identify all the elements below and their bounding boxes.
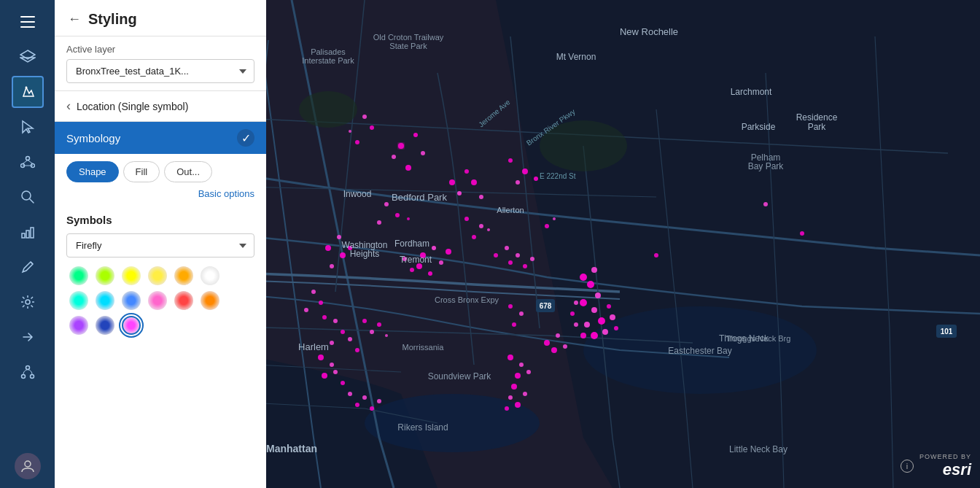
color-dot-green[interactable]: [69, 266, 88, 285]
sidebar-layers-button[interactable]: [12, 41, 44, 73]
svg-text:Little Neck Bay: Little Neck Bay: [729, 444, 788, 454]
svg-point-27: [432, 246, 436, 250]
svg-line-169: [30, 199, 34, 203]
svg-point-63: [333, 319, 338, 323]
svg-point-7: [398, 143, 404, 149]
svg-point-60: [319, 301, 323, 305]
svg-point-80: [523, 264, 527, 268]
svg-point-50: [614, 326, 618, 330]
color-dot-magenta2-selected[interactable]: [122, 316, 141, 335]
sidebar-menu-button[interactable]: [12, 6, 44, 38]
symbology-label: Symbology: [66, 132, 237, 144]
shape-tab[interactable]: Shape: [66, 161, 119, 182]
color-dot-yellow2[interactable]: [148, 266, 167, 285]
svg-point-29: [439, 260, 443, 265]
location-row[interactable]: ‹ Location (Single symbol): [55, 91, 266, 122]
color-dot-blue[interactable]: [122, 291, 141, 310]
sidebar-chart-button[interactable]: [12, 216, 44, 248]
svg-point-19: [516, 180, 520, 185]
svg-point-83: [553, 217, 556, 220]
svg-point-24: [330, 264, 334, 268]
powered-by-text: POWERED BY esri: [919, 453, 971, 479]
svg-point-33: [410, 268, 414, 272]
svg-point-16: [479, 195, 483, 199]
svg-text:Park: Park: [808, 122, 827, 132]
user-avatar[interactable]: [15, 453, 41, 479]
color-dot-pink[interactable]: [148, 291, 167, 310]
svg-point-92: [330, 363, 334, 367]
sidebar: [0, 0, 55, 488]
basic-options-link[interactable]: Basic options: [55, 185, 266, 206]
color-dot-red[interactable]: [174, 291, 193, 310]
svg-point-11: [421, 151, 425, 155]
info-icon[interactable]: i: [901, 460, 914, 473]
fill-tab[interactable]: Fill: [123, 161, 160, 182]
back-button[interactable]: ←: [66, 10, 82, 28]
svg-point-162: [26, 157, 29, 160]
svg-point-177: [30, 375, 34, 379]
color-dot-darkblue[interactable]: [96, 316, 114, 335]
svg-point-21: [325, 245, 331, 251]
svg-rect-156: [20, 16, 35, 18]
color-dot-purple[interactable]: [69, 316, 88, 335]
svg-text:Rikers Island: Rikers Island: [397, 422, 448, 433]
svg-point-56: [395, 213, 400, 217]
svg-point-62: [322, 315, 327, 319]
svg-point-17: [508, 158, 513, 163]
svg-point-15: [471, 179, 477, 185]
svg-point-178: [25, 461, 31, 467]
svg-text:Harlem: Harlem: [298, 341, 329, 352]
layer-select[interactable]: BronxTree_test_data_1K...: [66, 59, 254, 83]
out-tab[interactable]: Out...: [164, 161, 212, 182]
svg-rect-172: [31, 228, 34, 238]
sidebar-share-button[interactable]: [12, 321, 44, 353]
svg-rect-157: [20, 21, 35, 23]
esri-watermark: i POWERED BY esri: [901, 453, 971, 479]
color-dot-lime[interactable]: [96, 266, 114, 285]
svg-rect-171: [26, 231, 29, 238]
sidebar-path-button[interactable]: [12, 356, 44, 388]
location-back-icon: ‹: [66, 98, 71, 114]
svg-point-8: [413, 133, 418, 137]
svg-point-95: [341, 381, 345, 385]
sidebar-styling-button[interactable]: [12, 76, 44, 108]
svg-text:Old Croton Trailway: Old Croton Trailway: [373, 33, 444, 42]
svg-point-73: [479, 224, 483, 228]
sidebar-settings-button[interactable]: [12, 286, 44, 318]
svg-text:Mt Vernon: Mt Vernon: [556, 52, 596, 62]
svg-text:Palisades: Palisades: [311, 47, 346, 56]
svg-point-10: [405, 165, 411, 171]
sidebar-pencil-button[interactable]: [12, 251, 44, 283]
color-dot-teal[interactable]: [69, 291, 88, 310]
svg-point-76: [494, 253, 498, 257]
svg-point-106: [523, 392, 527, 396]
svg-text:101: 101: [941, 328, 953, 336]
svg-point-70: [377, 322, 381, 327]
color-dot-cyan[interactable]: [96, 291, 114, 310]
svg-line-166: [28, 160, 33, 164]
symbols-dropdown[interactable]: Firefly: [66, 233, 254, 257]
svg-point-89: [551, 347, 557, 353]
svg-point-54: [355, 140, 359, 144]
svg-point-45: [574, 322, 578, 327]
color-dot-yellow[interactable]: [122, 266, 141, 285]
color-dot-orange2[interactable]: [201, 291, 219, 310]
color-dot-orange[interactable]: [174, 266, 193, 285]
svg-point-46: [570, 311, 575, 316]
sidebar-cursor-button[interactable]: [12, 111, 44, 143]
svg-text:Inwood: Inwood: [343, 189, 372, 199]
svg-text:Cross Bronx Expy: Cross Bronx Expy: [435, 295, 499, 304]
sidebar-search-button[interactable]: [12, 181, 44, 213]
svg-point-94: [333, 370, 338, 374]
svg-point-20: [534, 177, 538, 181]
svg-point-105: [511, 384, 517, 390]
color-dot-white[interactable]: [201, 266, 219, 285]
svg-point-71: [385, 334, 388, 337]
svg-text:State Park: State Park: [389, 42, 427, 50]
svg-point-100: [377, 399, 381, 403]
symbology-bar[interactable]: Symbology ✓: [55, 122, 266, 154]
color-row-1: [69, 266, 252, 285]
sidebar-nodes-button[interactable]: [12, 146, 44, 178]
svg-point-87: [544, 340, 550, 346]
svg-point-107: [515, 402, 521, 408]
